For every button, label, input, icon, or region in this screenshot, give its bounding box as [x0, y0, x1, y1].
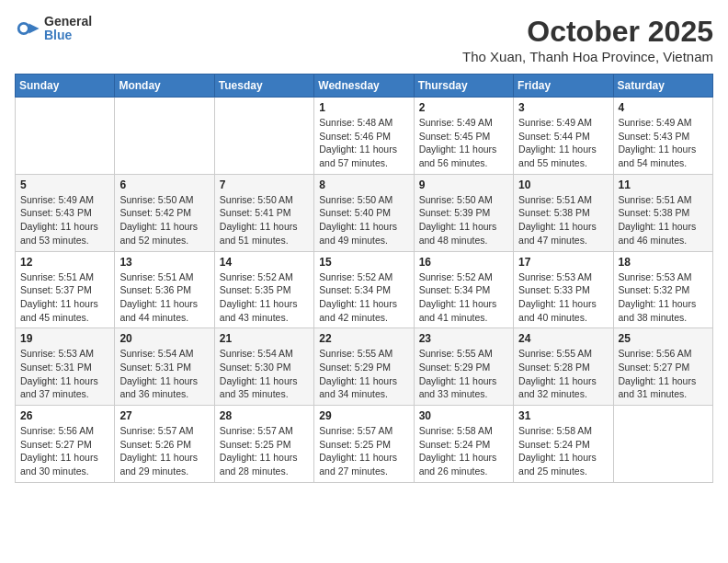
day-info: Sunrise: 5:57 AM Sunset: 5:26 PM Dayligh…: [119, 424, 209, 478]
day-info: Sunrise: 5:54 AM Sunset: 5:30 PM Dayligh…: [220, 347, 309, 401]
weekday-header: Tuesday: [214, 75, 313, 98]
title-block: October 2025 Tho Xuan, Thanh Hoa Provinc…: [462, 15, 713, 64]
calendar-cell: 28Sunrise: 5:57 AM Sunset: 5:25 PM Dayli…: [214, 406, 313, 483]
calendar-cell: 1Sunrise: 5:48 AM Sunset: 5:46 PM Daylig…: [314, 98, 414, 175]
day-number: 15: [319, 256, 408, 269]
location: Tho Xuan, Thanh Hoa Province, Vietnam: [462, 49, 713, 64]
weekday-header: Sunday: [16, 75, 115, 98]
calendar-cell: 16Sunrise: 5:52 AM Sunset: 5:34 PM Dayli…: [414, 251, 513, 328]
calendar-cell: [613, 406, 712, 483]
day-number: 25: [619, 332, 708, 345]
calendar-cell: 19Sunrise: 5:53 AM Sunset: 5:31 PM Dayli…: [16, 328, 115, 406]
day-number: 19: [20, 332, 109, 345]
day-info: Sunrise: 5:52 AM Sunset: 5:35 PM Dayligh…: [220, 270, 309, 325]
day-info: Sunrise: 5:49 AM Sunset: 5:44 PM Dayligh…: [518, 116, 608, 170]
calendar-cell: 22Sunrise: 5:55 AM Sunset: 5:29 PM Dayli…: [314, 328, 414, 406]
day-info: Sunrise: 5:49 AM Sunset: 5:43 PM Dayligh…: [619, 116, 708, 170]
svg-marker-2: [28, 24, 39, 34]
day-number: 24: [518, 332, 608, 345]
day-info: Sunrise: 5:48 AM Sunset: 5:46 PM Dayligh…: [319, 116, 408, 170]
day-number: 14: [220, 256, 309, 269]
logo-icon: [15, 16, 40, 41]
calendar-week-row: 5Sunrise: 5:49 AM Sunset: 5:43 PM Daylig…: [16, 174, 713, 251]
day-number: 17: [518, 256, 608, 269]
calendar-cell: 14Sunrise: 5:52 AM Sunset: 5:35 PM Dayli…: [214, 251, 313, 328]
calendar-header-row: SundayMondayTuesdayWednesdayThursdayFrid…: [16, 75, 713, 98]
weekday-header: Friday: [514, 75, 613, 98]
day-number: 18: [619, 256, 708, 269]
calendar-cell: 23Sunrise: 5:55 AM Sunset: 5:29 PM Dayli…: [414, 328, 513, 406]
day-number: 12: [20, 256, 109, 269]
calendar-week-row: 26Sunrise: 5:56 AM Sunset: 5:27 PM Dayli…: [16, 406, 713, 483]
day-info: Sunrise: 5:55 AM Sunset: 5:29 PM Dayligh…: [419, 347, 508, 401]
day-info: Sunrise: 5:58 AM Sunset: 5:24 PM Dayligh…: [419, 424, 508, 478]
day-number: 11: [619, 178, 708, 191]
day-number: 22: [319, 332, 408, 345]
day-number: 7: [220, 178, 309, 191]
calendar-cell: 8Sunrise: 5:50 AM Sunset: 5:40 PM Daylig…: [314, 174, 414, 251]
calendar-cell: 5Sunrise: 5:49 AM Sunset: 5:43 PM Daylig…: [16, 174, 115, 251]
day-number: 2: [419, 101, 508, 114]
day-number: 13: [119, 256, 209, 269]
day-info: Sunrise: 5:51 AM Sunset: 5:38 PM Dayligh…: [518, 193, 608, 247]
calendar-week-row: 19Sunrise: 5:53 AM Sunset: 5:31 PM Dayli…: [16, 328, 713, 406]
weekday-header: Saturday: [613, 75, 712, 98]
svg-point-1: [20, 25, 28, 32]
day-number: 9: [419, 178, 508, 191]
day-info: Sunrise: 5:51 AM Sunset: 5:36 PM Dayligh…: [119, 270, 209, 325]
day-number: 8: [319, 178, 408, 191]
calendar-cell: [16, 98, 115, 175]
day-info: Sunrise: 5:50 AM Sunset: 5:40 PM Dayligh…: [319, 193, 408, 247]
calendar-cell: 11Sunrise: 5:51 AM Sunset: 5:38 PM Dayli…: [613, 174, 712, 251]
calendar-cell: 26Sunrise: 5:56 AM Sunset: 5:27 PM Dayli…: [16, 406, 115, 483]
calendar-week-row: 12Sunrise: 5:51 AM Sunset: 5:37 PM Dayli…: [16, 251, 713, 328]
day-number: 6: [119, 178, 209, 191]
calendar-cell: 21Sunrise: 5:54 AM Sunset: 5:30 PM Dayli…: [214, 328, 313, 406]
day-info: Sunrise: 5:50 AM Sunset: 5:39 PM Dayligh…: [419, 193, 508, 247]
day-number: 26: [20, 409, 109, 422]
calendar-cell: 20Sunrise: 5:54 AM Sunset: 5:31 PM Dayli…: [115, 328, 214, 406]
day-info: Sunrise: 5:53 AM Sunset: 5:33 PM Dayligh…: [518, 270, 608, 325]
day-info: Sunrise: 5:50 AM Sunset: 5:41 PM Dayligh…: [220, 193, 309, 247]
calendar-cell: 15Sunrise: 5:52 AM Sunset: 5:34 PM Dayli…: [314, 251, 414, 328]
weekday-header: Wednesday: [314, 75, 414, 98]
logo[interactable]: General Blue: [15, 15, 92, 43]
day-info: Sunrise: 5:58 AM Sunset: 5:24 PM Dayligh…: [518, 424, 608, 478]
calendar-cell: [115, 98, 214, 175]
calendar-week-row: 1Sunrise: 5:48 AM Sunset: 5:46 PM Daylig…: [16, 98, 713, 175]
page-header: General Blue October 2025 Tho Xuan, Than…: [15, 15, 713, 64]
logo-blue-text: Blue: [44, 29, 92, 42]
calendar-cell: 3Sunrise: 5:49 AM Sunset: 5:44 PM Daylig…: [514, 98, 613, 175]
day-number: 20: [119, 332, 209, 345]
day-number: 1: [319, 101, 408, 114]
calendar-cell: 25Sunrise: 5:56 AM Sunset: 5:27 PM Dayli…: [613, 328, 712, 406]
calendar-cell: 31Sunrise: 5:58 AM Sunset: 5:24 PM Dayli…: [514, 406, 613, 483]
day-number: 3: [518, 101, 608, 114]
weekday-header: Monday: [115, 75, 214, 98]
day-number: 16: [419, 256, 508, 269]
day-number: 28: [220, 409, 309, 422]
calendar-cell: 13Sunrise: 5:51 AM Sunset: 5:36 PM Dayli…: [115, 251, 214, 328]
day-info: Sunrise: 5:56 AM Sunset: 5:27 PM Dayligh…: [20, 424, 109, 478]
calendar-cell: 9Sunrise: 5:50 AM Sunset: 5:39 PM Daylig…: [414, 174, 513, 251]
calendar-cell: 7Sunrise: 5:50 AM Sunset: 5:41 PM Daylig…: [214, 174, 313, 251]
calendar-cell: 10Sunrise: 5:51 AM Sunset: 5:38 PM Dayli…: [514, 174, 613, 251]
month-title: October 2025: [462, 15, 713, 49]
day-info: Sunrise: 5:55 AM Sunset: 5:28 PM Dayligh…: [518, 347, 608, 401]
calendar-table: SundayMondayTuesdayWednesdayThursdayFrid…: [15, 74, 713, 483]
day-info: Sunrise: 5:55 AM Sunset: 5:29 PM Dayligh…: [319, 347, 408, 401]
calendar-cell: 4Sunrise: 5:49 AM Sunset: 5:43 PM Daylig…: [613, 98, 712, 175]
day-info: Sunrise: 5:49 AM Sunset: 5:43 PM Dayligh…: [20, 193, 109, 247]
calendar-cell: 30Sunrise: 5:58 AM Sunset: 5:24 PM Dayli…: [414, 406, 513, 483]
weekday-header: Thursday: [414, 75, 513, 98]
calendar-cell: 2Sunrise: 5:49 AM Sunset: 5:45 PM Daylig…: [414, 98, 513, 175]
day-info: Sunrise: 5:49 AM Sunset: 5:45 PM Dayligh…: [419, 116, 508, 170]
day-info: Sunrise: 5:50 AM Sunset: 5:42 PM Dayligh…: [119, 193, 209, 247]
calendar-cell: 27Sunrise: 5:57 AM Sunset: 5:26 PM Dayli…: [115, 406, 214, 483]
day-info: Sunrise: 5:52 AM Sunset: 5:34 PM Dayligh…: [419, 270, 508, 325]
calendar-cell: [214, 98, 313, 175]
day-info: Sunrise: 5:51 AM Sunset: 5:38 PM Dayligh…: [619, 193, 708, 247]
day-number: 31: [518, 409, 608, 422]
logo-general-text: General: [44, 15, 92, 29]
day-number: 10: [518, 178, 608, 191]
